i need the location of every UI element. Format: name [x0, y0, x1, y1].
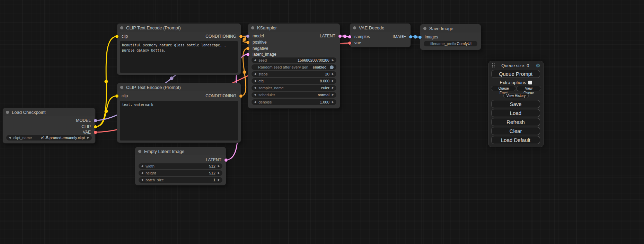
- increment-arrow-icon[interactable]: ▶: [332, 78, 334, 84]
- widget-value: 156680208700286: [298, 57, 329, 63]
- node-title-bar[interactable]: Empty Latent Image: [135, 147, 226, 155]
- settings-gear-icon[interactable]: ⚙: [536, 62, 540, 69]
- prompt-textarea[interactable]: beautiful scenery nature glass bottle la…: [120, 41, 238, 73]
- node-title: Load Checkpoint: [12, 110, 46, 115]
- input-slot-dot-samples[interactable]: [348, 35, 351, 38]
- output-slot-dot-conditioning[interactable]: [239, 35, 242, 38]
- output-slot-latent: LATENT: [320, 33, 335, 39]
- output-slot-dot-vae[interactable]: [94, 131, 97, 134]
- decrement-arrow-icon[interactable]: ◀: [141, 170, 143, 176]
- prev-value-arrow-icon[interactable]: ◀: [254, 85, 256, 91]
- toggle-dot-icon[interactable]: [330, 65, 334, 69]
- node-graph-canvas[interactable]: Load Checkpoint MODEL CLIP VAE ◀ ckpt_na…: [0, 0, 644, 244]
- collapse-dot-icon[interactable]: [138, 150, 141, 153]
- load-default-button[interactable]: Load Default: [491, 136, 540, 144]
- node-title-bar[interactable]: Load Checkpoint: [3, 108, 95, 116]
- increment-arrow-icon[interactable]: ▶: [332, 71, 334, 77]
- clear-button[interactable]: Clear: [491, 127, 540, 135]
- queue-panel-header: Queue size: 0 ⚙: [489, 61, 543, 70]
- widget-seed[interactable]: ◀ seed 156680208700286 ▶: [252, 57, 336, 63]
- widget-label: ckpt_name: [13, 135, 32, 141]
- output-slot-dot-latent[interactable]: [338, 35, 342, 38]
- increment-arrow-icon[interactable]: ▶: [332, 57, 334, 63]
- widget-ckpt-name[interactable]: ◀ ckpt_name v1-5-pruned-emaonly.ckpt ▶: [6, 135, 92, 141]
- widget-width[interactable]: ◀ width 512 ▶: [139, 163, 222, 169]
- collapse-dot-icon[interactable]: [120, 86, 123, 89]
- output-slot-dot-latent[interactable]: [224, 159, 228, 162]
- refresh-button[interactable]: Refresh: [491, 118, 540, 126]
- view-queue-button[interactable]: View Queue: [516, 86, 541, 91]
- widget-value: 8.000: [320, 78, 329, 84]
- decrement-arrow-icon[interactable]: ◀: [141, 163, 143, 169]
- collapse-dot-icon[interactable]: [423, 27, 426, 30]
- prev-value-arrow-icon[interactable]: ◀: [9, 135, 11, 141]
- widget-value: 512: [209, 170, 215, 176]
- prev-value-arrow-icon[interactable]: ◀: [254, 92, 256, 98]
- widget-cfg[interactable]: ◀ cfg 8.000 ▶: [252, 78, 336, 84]
- widget-height[interactable]: ◀ height 512 ▶: [139, 170, 222, 176]
- next-value-arrow-icon[interactable]: ▶: [87, 135, 89, 141]
- decrement-arrow-icon[interactable]: ◀: [254, 78, 256, 84]
- decrement-arrow-icon[interactable]: ◀: [254, 57, 256, 63]
- panel-drag-handle-icon[interactable]: [492, 63, 495, 68]
- input-slot-dot-model[interactable]: [246, 35, 249, 38]
- widget-label: height: [145, 170, 156, 176]
- decrement-arrow-icon[interactable]: ◀: [254, 99, 256, 105]
- node-clip-text-encode-negative: CLIP Text Encode (Prompt) clip CONDITION…: [117, 83, 241, 143]
- node-title-bar[interactable]: VAE Decode: [350, 24, 411, 32]
- output-slot-dot-clip[interactable]: [94, 125, 97, 128]
- next-value-arrow-icon[interactable]: ▶: [332, 92, 334, 98]
- widget-value: 1: [213, 177, 215, 183]
- widget-value: normal: [318, 92, 329, 98]
- increment-arrow-icon[interactable]: ▶: [218, 177, 220, 183]
- input-slot-clip: clip: [122, 34, 128, 39]
- next-value-arrow-icon[interactable]: ▶: [332, 85, 334, 91]
- extra-options-checkbox[interactable]: [528, 81, 532, 84]
- collapse-dot-icon[interactable]: [6, 111, 9, 114]
- decrement-arrow-icon[interactable]: ◀: [141, 177, 143, 183]
- node-title-bar[interactable]: Save Image: [420, 24, 481, 33]
- collapse-dot-icon[interactable]: [251, 26, 254, 29]
- node-title-bar[interactable]: CLIP Text Encode (Prompt): [117, 24, 241, 32]
- output-slot-dot-model[interactable]: [94, 119, 97, 122]
- save-button[interactable]: Save: [491, 100, 540, 108]
- view-history-button[interactable]: View History: [503, 93, 529, 98]
- widget-denoise[interactable]: ◀ denoise 1.000 ▶: [252, 99, 336, 105]
- widget-batch-size[interactable]: ◀ batch_size 1 ▶: [139, 177, 222, 183]
- input-slot-dot-clip[interactable]: [115, 94, 118, 98]
- decrement-arrow-icon[interactable]: ◀: [254, 71, 256, 77]
- input-slot-dot-images[interactable]: [418, 36, 422, 39]
- output-slot-dot-conditioning[interactable]: [239, 94, 242, 98]
- widget-control-after-generate[interactable]: Random seed after every gen enabled: [252, 64, 336, 70]
- input-slot-dot-vae[interactable]: [348, 42, 351, 45]
- output-slot-vae: VAE: [83, 129, 91, 135]
- link-midpoint-dot: [105, 110, 108, 113]
- prompt-textarea[interactable]: text, watermark: [120, 101, 238, 141]
- increment-arrow-icon[interactable]: ▶: [218, 170, 220, 176]
- view-history-row: View History: [489, 92, 543, 98]
- queue-front-button[interactable]: Queue Front: [491, 86, 516, 91]
- load-button[interactable]: Load: [491, 109, 540, 117]
- widget-steps[interactable]: ◀ steps 20 ▶: [252, 71, 336, 77]
- input-slot-dot-latent-image[interactable]: [246, 53, 249, 56]
- widget-label: batch_size: [145, 177, 164, 183]
- increment-arrow-icon[interactable]: ▶: [332, 99, 334, 105]
- widget-sampler-name[interactable]: ◀ sampler_name euler ▶: [252, 85, 336, 91]
- link-clip-to-positive-prompt: [95, 36, 117, 127]
- node-title-bar[interactable]: KSampler: [248, 24, 340, 32]
- input-slot-dot-positive[interactable]: [246, 41, 249, 44]
- link-midpoint-dot: [170, 76, 174, 80]
- widget-scheduler[interactable]: ◀ scheduler normal ▶: [252, 92, 336, 98]
- input-slot-dot-clip[interactable]: [115, 35, 118, 38]
- increment-arrow-icon[interactable]: ▶: [218, 163, 220, 169]
- widget-filename-prefix[interactable]: filename_prefix ComfyUI: [424, 41, 477, 46]
- input-slot-dot-negative[interactable]: [246, 47, 249, 50]
- node-title: VAE Decode: [359, 25, 384, 30]
- widget-label: filename_prefix: [430, 41, 456, 46]
- collapse-dot-icon[interactable]: [353, 26, 356, 29]
- node-title-bar[interactable]: CLIP Text Encode (Prompt): [117, 83, 241, 91]
- output-slot-dot-image[interactable]: [409, 35, 412, 38]
- node-title: KSampler: [257, 25, 277, 30]
- queue-prompt-button[interactable]: Queue Prompt: [491, 70, 540, 78]
- collapse-dot-icon[interactable]: [120, 26, 123, 29]
